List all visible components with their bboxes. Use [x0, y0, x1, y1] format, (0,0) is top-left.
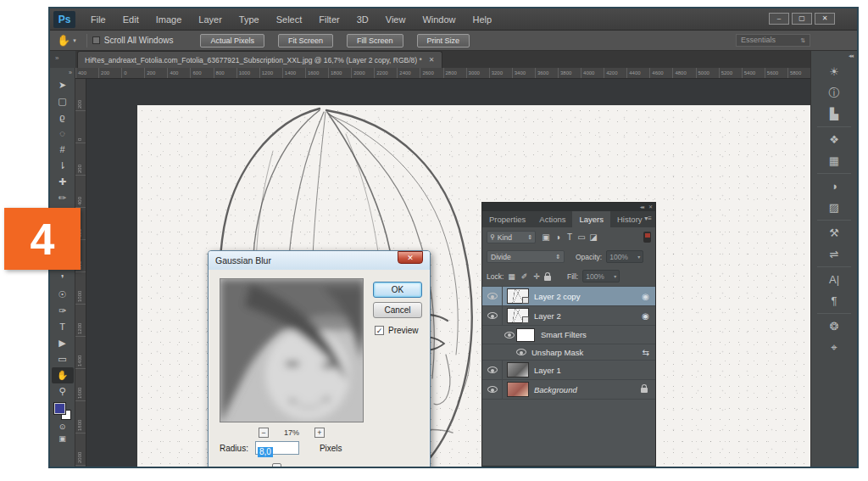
dock-divider[interactable]	[817, 313, 851, 314]
tool-presets-icon[interactable]: ⚒	[817, 222, 851, 243]
lock-all-icon[interactable]	[544, 276, 551, 281]
menu-item[interactable]: Filter	[310, 8, 348, 31]
layer-name[interactable]: Layer 2 copy	[534, 292, 580, 301]
type-tool[interactable]: T	[52, 319, 74, 335]
filter-blending-options-icon[interactable]: ⇆	[643, 348, 649, 357]
eyedropper-tool[interactable]: ⇂	[52, 158, 74, 174]
panel-tab[interactable]: Layers	[572, 211, 610, 227]
eye-icon[interactable]	[487, 312, 498, 319]
paragraph-icon[interactable]: ¶	[817, 290, 851, 311]
zoom-out-button[interactable]: −	[259, 428, 269, 438]
maximize-button[interactable]: ▢	[792, 13, 812, 25]
panel-tab[interactable]: History	[610, 211, 649, 227]
brush-tool[interactable]: ✏	[52, 190, 74, 206]
layer-thumbnail[interactable]	[507, 288, 529, 304]
panel-tab[interactable]: Properties	[482, 211, 532, 227]
dialog-close-button[interactable]: ✕	[398, 251, 423, 264]
layer-row-background[interactable]: Background	[482, 380, 655, 400]
dock-divider[interactable]	[817, 220, 851, 221]
lock-transparency-icon[interactable]: ▦	[508, 272, 515, 281]
lasso-tool[interactable]: ϱ	[52, 109, 74, 126]
clone-source-icon[interactable]: ⇌	[817, 243, 851, 265]
character-icon[interactable]: A|	[817, 269, 851, 290]
foreground-color-swatch[interactable]	[54, 403, 65, 414]
dock-divider[interactable]	[817, 266, 851, 267]
dock-divider[interactable]	[817, 173, 851, 174]
adjustments-sun-icon[interactable]: ☀	[817, 61, 851, 82]
toolbox-collapse-icon[interactable]: »	[69, 68, 71, 77]
hand-tool-icon[interactable]: ✋	[57, 34, 70, 47]
layer-name[interactable]: Background	[534, 385, 577, 394]
options-bar-button[interactable]: Actual Pixels	[200, 34, 264, 48]
workspace-switcher[interactable]: Essentials ⇅	[736, 34, 810, 47]
color-icon[interactable]: ❖	[817, 129, 851, 150]
dialog-title-bar[interactable]: Gaussian Blur	[209, 251, 430, 270]
fill-value-box[interactable]: 100% ▾	[582, 270, 620, 282]
visibility-cell[interactable]	[482, 380, 503, 399]
eye-icon[interactable]	[516, 349, 526, 355]
eye-icon[interactable]	[487, 366, 498, 373]
panel-close-icon[interactable]: ✕	[648, 203, 652, 211]
radius-slider[interactable]	[222, 463, 415, 468]
layer-name[interactable]: Layer 1	[534, 366, 561, 375]
panel-tab[interactable]: Actions	[532, 211, 572, 227]
radius-input[interactable]: 8,0	[255, 441, 299, 455]
menu-item[interactable]: Image	[147, 8, 191, 31]
measurement-icon[interactable]: ⌖	[817, 337, 851, 358]
menu-item[interactable]: Window	[414, 8, 464, 31]
options-bar-button[interactable]: Print Size	[417, 34, 470, 48]
panel-menu-icon[interactable]: ▾≡	[644, 215, 652, 222]
dock-collapse-icon[interactable]: ◂◂	[849, 53, 853, 59]
unsharp-mask-row[interactable]: Unsharp Mask ⇆	[482, 344, 655, 361]
menu-item[interactable]: Type	[231, 8, 268, 31]
layer-row-layer2[interactable]: Layer 2 ◉	[482, 306, 655, 326]
threed-icon[interactable]: ❂	[817, 316, 851, 337]
styles-icon[interactable]: ▨	[817, 197, 851, 218]
close-button[interactable]: ✕	[815, 13, 835, 25]
visibility-cell[interactable]	[482, 306, 503, 325]
options-bar-button[interactable]: Fill Screen	[347, 34, 403, 48]
dodge-tool[interactable]: ☉	[52, 287, 74, 303]
filter-effect-name[interactable]: Unsharp Mask	[531, 348, 583, 357]
menu-item[interactable]: Help	[465, 8, 501, 31]
info-icon[interactable]: ⓘ	[817, 82, 851, 103]
filter-type-layers-icon[interactable]: T	[564, 232, 576, 242]
healing-brush-tool[interactable]: ✚	[52, 174, 74, 190]
opacity-value-box[interactable]: 100% ▾	[606, 250, 643, 263]
layer-row-layer2copy[interactable]: Layer 2 copy ◉	[482, 287, 655, 306]
smart-filters-row[interactable]: Smart Filters	[482, 326, 655, 344]
zoom-tool[interactable]: ⚲	[52, 383, 74, 400]
visibility-cell[interactable]	[482, 287, 503, 305]
path-selection-tool[interactable]: ▶	[52, 335, 74, 351]
filter-smart-objects-icon[interactable]: ◪	[587, 232, 599, 242]
quick-selection-tool[interactable]: ◌	[52, 126, 74, 142]
cancel-button[interactable]: Cancel	[373, 302, 422, 318]
blur-preview-image[interactable]	[220, 278, 364, 422]
canvas-area[interactable]	[86, 79, 810, 467]
filter-shape-layers-icon[interactable]: ▭	[576, 232, 587, 242]
layer-name[interactable]: Layer 2	[534, 311, 561, 321]
smart-filter-icon[interactable]: ◉	[642, 292, 649, 301]
panel-collapse-icon[interactable]: ◂◂	[640, 203, 643, 211]
screen-mode-button[interactable]: ▣	[52, 433, 74, 445]
tool-preset-caret-icon[interactable]: ▾	[73, 37, 76, 44]
eye-icon[interactable]	[487, 386, 498, 393]
shape-tool[interactable]: ▭	[52, 351, 74, 367]
slider-thumb[interactable]	[272, 463, 281, 468]
options-bar-button[interactable]: Fit Screen	[278, 34, 333, 48]
filter-kind-dropdown[interactable]: ⚲ Kind ⇕	[487, 231, 536, 243]
menu-item[interactable]: File	[82, 8, 114, 31]
smart-filter-icon[interactable]: ◉	[642, 311, 649, 321]
swatches-icon[interactable]: ▦	[817, 150, 851, 171]
minimize-button[interactable]: –	[769, 13, 789, 25]
dock-divider[interactable]	[817, 126, 851, 127]
filter-adjustment-layers-icon[interactable]: ◑	[552, 232, 564, 242]
scroll-all-windows-checkbox[interactable]	[92, 36, 100, 44]
visibility-cell[interactable]	[482, 361, 503, 379]
tab-close-icon[interactable]: ✕	[429, 56, 435, 64]
hand-tool[interactable]: ✋	[52, 367, 74, 383]
layer-thumbnail[interactable]	[507, 308, 529, 323]
lock-pixels-icon[interactable]: ✐	[521, 272, 528, 281]
move-tool[interactable]: ➤	[52, 77, 74, 93]
marquee-tool[interactable]: ▢	[52, 93, 74, 109]
